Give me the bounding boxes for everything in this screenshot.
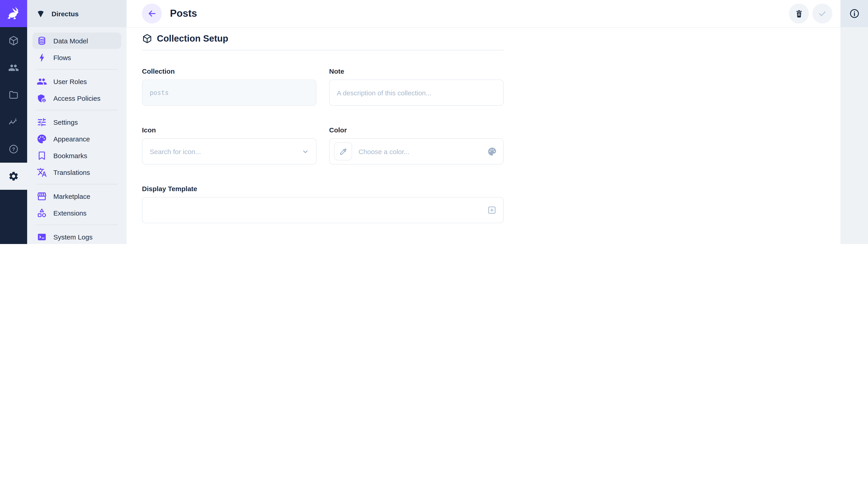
sidebar-item-label: User Roles [53,77,87,85]
sidebar-item-label: Data Model [53,37,88,44]
sidebar-item-extensions[interactable]: Extensions [33,205,121,221]
bookmark-icon [37,150,47,161]
field-label: Note [329,67,504,76]
sidebar-item-label: Bookmarks [53,152,87,159]
sidebar-divider [36,225,118,225]
project-bar[interactable]: Directus [27,0,127,27]
palette-icon[interactable] [487,147,497,156]
info-icon [849,8,860,19]
database-icon [37,35,47,46]
module-insights[interactable] [0,108,27,135]
module-settings[interactable] [0,163,27,190]
sidebar-item-access-policies[interactable]: Access Policies [33,90,121,106]
module-help[interactable]: ? [0,135,27,163]
trash-icon [794,9,804,18]
display-template-text[interactable] [149,206,483,215]
field-display-template: Display Template [142,184,504,223]
project-shield-icon [36,8,46,19]
collection-input[interactable] [149,89,310,97]
main-area: Posts [127,0,840,244]
project-name: Directus [52,10,79,18]
header: Posts [127,0,840,27]
page-title: Posts [170,8,197,20]
rabbit-logo-icon [6,6,21,21]
right-strip-spacer [840,27,868,244]
sidebar-item-settings[interactable]: Settings [33,114,121,130]
save-button[interactable] [812,4,832,24]
eyedropper-button[interactable] [334,142,352,160]
field-label: Color [329,126,504,135]
sidebar-item-label: Extensions [53,209,87,217]
section-divider [142,50,504,51]
back-button[interactable] [142,4,162,24]
sidebar-item-label: System Logs [53,233,92,240]
add-box-icon[interactable] [487,205,497,215]
color-input-wrapper [329,138,504,164]
sidebar-item-user-roles[interactable]: User Roles [33,73,121,90]
folder-icon [8,90,19,100]
color-input[interactable] [358,147,483,156]
module-file-library[interactable] [0,81,27,108]
sidebar-item-flows[interactable]: Flows [33,49,121,66]
sidebar-item-marketplace[interactable]: Marketplace [33,188,121,204]
people-icon [37,76,47,87]
field-label: Collection [142,67,316,76]
field-note: Note [329,67,504,106]
sidebar-divider [36,69,118,70]
section-collection-setup: Collection Setup Collection Note [142,33,504,244]
field-color: Color [329,126,504,164]
sidebar-item-translations[interactable]: Translations [33,164,121,180]
sidebar-nav: Data Model Flows User Roles Access Pol [27,27,127,244]
sidebar-item-appearance[interactable]: Appearance [33,131,121,147]
arrow-left-icon [147,8,157,19]
collection-form: Collection Setup Collection Note [142,33,504,244]
icon-select[interactable] [142,138,316,164]
module-user-directory[interactable] [0,54,27,81]
cube-icon [8,35,19,46]
palette-icon [37,133,47,144]
svg-text:?: ? [12,147,15,152]
sidebar-item-label: Flows [53,54,71,61]
sidebar-item-system-logs[interactable]: System Logs [33,229,121,244]
bolt-icon [37,52,47,63]
sidebar-item-bookmarks[interactable]: Bookmarks [33,147,121,164]
right-sidebar-collapsed [840,0,868,244]
tune-icon [37,117,47,127]
chevron-down-icon [301,147,310,156]
insights-icon [8,117,19,127]
field-label: Display Template [142,184,504,193]
gear-icon [8,171,19,182]
field-singleton: Singleton Treat as single object [329,243,504,244]
content-scroll[interactable]: Collection Setup Collection Note [127,27,840,244]
directus-logo[interactable] [0,0,27,27]
sidebar-item-label: Translations [53,168,90,176]
storefront-icon [37,191,47,201]
sidebar-item-label: Access Policies [53,94,100,102]
app: ? [0,0,868,244]
category-icon [37,207,47,218]
delete-button[interactable] [789,4,809,24]
collection-input-wrapper [142,79,316,106]
field-collection: Collection [142,67,316,106]
translate-icon [37,167,47,177]
sidebar-divider [36,110,118,110]
package-icon [142,33,152,43]
shield-person-icon [37,93,47,103]
sidebar-item-label: Appearance [53,135,90,142]
module-content[interactable] [0,27,27,54]
sidebar-item-data-model[interactable]: Data Model [33,33,121,49]
sidebar-item-label: Settings [53,118,78,126]
field-label: Hidden [142,243,316,244]
info-sidebar-button[interactable] [840,0,868,27]
field-hidden: Hidden Hide within the App [142,243,316,244]
display-template-input[interactable] [142,197,504,223]
note-input[interactable] [336,88,497,97]
note-input-wrapper [329,79,504,106]
icon-search-input[interactable] [149,147,297,156]
sidebar-divider [36,184,118,184]
field-icon: Icon [142,126,316,164]
module-bar: ? [0,0,27,244]
help-icon: ? [8,144,19,155]
terminal-icon [37,232,47,242]
sidebar: Directus Data Model Flows [27,0,127,244]
